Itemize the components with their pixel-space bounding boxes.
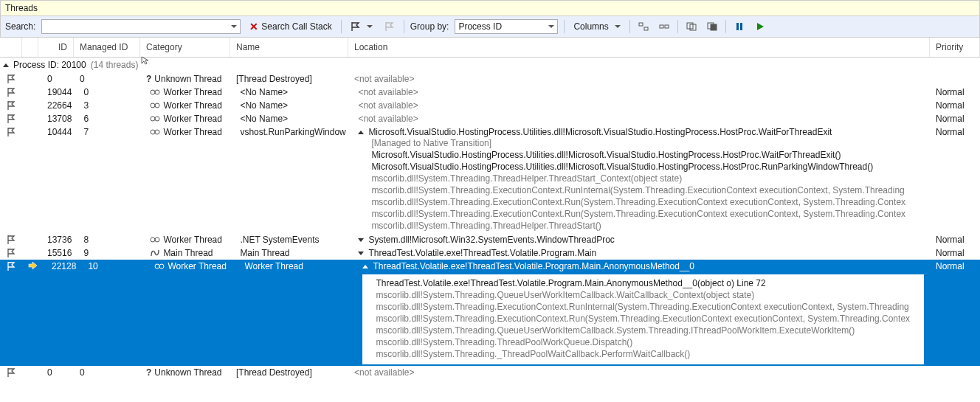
flag-icon[interactable] bbox=[6, 248, 16, 258]
column-category[interactable]: Category bbox=[140, 38, 230, 57]
column-priority[interactable]: Priority bbox=[930, 38, 980, 57]
flag-icon[interactable] bbox=[6, 114, 16, 124]
cell-category: Worker Thread bbox=[144, 125, 234, 139]
run-button[interactable] bbox=[753, 20, 767, 33]
cursor-icon bbox=[141, 56, 151, 65]
svg-point-14 bbox=[151, 117, 155, 121]
group-count: (14 threads) bbox=[91, 60, 139, 70]
cell-id: 22128 bbox=[43, 260, 82, 273]
cell-priority: Normal bbox=[930, 86, 980, 99]
svg-point-15 bbox=[155, 117, 159, 121]
cell-managed-id: 8 bbox=[77, 233, 144, 246]
flag-icon[interactable] bbox=[6, 367, 16, 378]
stack-frame[interactable]: mscorlib.dll!System.Threading.QueueUserW… bbox=[376, 325, 921, 336]
cell-managed-id: 0 bbox=[74, 72, 140, 86]
flag-icon[interactable] bbox=[6, 87, 16, 97]
stack-frame[interactable]: mscorlib.dll!System.Threading.ExecutionC… bbox=[371, 184, 924, 196]
thaw-threads-button[interactable] bbox=[705, 20, 720, 33]
expand-icon bbox=[638, 22, 649, 31]
chevron-down-icon[interactable] bbox=[358, 238, 364, 242]
collapse-icon bbox=[659, 22, 669, 31]
cell-name: Worker Thread bbox=[238, 260, 356, 273]
stack-frame[interactable]: mscorlib.dll!System.Threading.ExecutionC… bbox=[371, 196, 924, 208]
flag-icon[interactable] bbox=[6, 261, 16, 271]
flag-icon[interactable] bbox=[6, 127, 16, 137]
thread-row[interactable]: 00?Unknown Thread[Thread Destroyed]<not … bbox=[0, 366, 980, 379]
cell-id: 13708 bbox=[38, 112, 77, 125]
stack-frame[interactable]: Microsoft.VisualStudio.HostingProcess.Ut… bbox=[371, 149, 924, 161]
stack-frame[interactable]: mscorlib.dll!System.Threading.ExecutionC… bbox=[376, 313, 921, 325]
thread-row[interactable]: 104447Worker Threadvshost.RunParkingWind… bbox=[0, 125, 980, 233]
thread-row[interactable]: 00?Unknown Thread[Thread Destroyed]<not … bbox=[0, 72, 980, 86]
separator bbox=[564, 20, 565, 33]
svg-rect-1 bbox=[644, 27, 648, 30]
search-label: Search: bbox=[5, 21, 35, 32]
svg-point-12 bbox=[151, 103, 155, 108]
stack-frame[interactable]: mscorlib.dll!System.Threading.ThreadHelp… bbox=[371, 220, 924, 232]
toolbar: Search: ✕ Search Call Stack Group by: Pr… bbox=[0, 16, 980, 38]
cell-name: vshost.RunParkingWindow bbox=[234, 125, 352, 139]
current-thread-arrow-icon bbox=[28, 261, 37, 270]
column-location[interactable]: Location bbox=[348, 38, 930, 57]
stack-frame[interactable]: mscorlib.dll!System.Threading.QueueUserW… bbox=[376, 289, 921, 301]
stack-frame[interactable]: Microsoft.VisualStudio.HostingProcess.Ut… bbox=[371, 161, 924, 173]
cell-name: [Thread Destroyed] bbox=[230, 72, 348, 86]
stack-frame[interactable]: mscorlib.dll!System.Threading.ExecutionC… bbox=[371, 208, 924, 220]
cell-name: .NET SystemEvents bbox=[234, 233, 352, 246]
cell-location: <not available> bbox=[352, 99, 930, 112]
cell-id: 19044 bbox=[38, 86, 77, 99]
flag-filter-disabled bbox=[382, 20, 398, 33]
chevron-down-icon bbox=[367, 25, 373, 28]
chevron-down-icon[interactable] bbox=[358, 252, 364, 255]
columns-label: Columns bbox=[573, 21, 608, 32]
stack-frame[interactable]: mscorlib.dll!System.Threading.ExecutionC… bbox=[376, 301, 921, 313]
pause-button[interactable] bbox=[732, 20, 747, 33]
cell-priority bbox=[930, 72, 980, 75]
column-name[interactable]: Name bbox=[230, 38, 348, 57]
thread-row[interactable]: 190440Worker Thread<No Name><not availab… bbox=[0, 86, 980, 99]
svg-point-19 bbox=[155, 238, 159, 242]
group-header[interactable]: Process ID: 20100 (14 threads) bbox=[0, 58, 980, 72]
thread-row[interactable]: 137086Worker Thread<No Name><not availab… bbox=[0, 112, 980, 125]
chevron-up-icon[interactable] bbox=[358, 131, 364, 134]
svg-point-10 bbox=[151, 90, 155, 94]
collapse-all-button[interactable] bbox=[657, 20, 672, 33]
search-input[interactable] bbox=[41, 19, 241, 34]
stack-frame[interactable]: mscorlib.dll!System.Threading._ThreadPoo… bbox=[376, 348, 921, 360]
pause-icon bbox=[735, 22, 744, 31]
group-by-label: Group by: bbox=[410, 21, 449, 32]
chevron-up-icon[interactable] bbox=[362, 265, 368, 268]
column-managed-id[interactable]: Managed ID bbox=[74, 38, 140, 57]
cell-name: [Thread Destroyed] bbox=[230, 366, 348, 379]
cell-id: 15516 bbox=[38, 246, 77, 260]
cell-priority: Normal bbox=[930, 233, 980, 246]
thread-row[interactable]: 226643Worker Thread<No Name><not availab… bbox=[0, 99, 980, 112]
columns-button[interactable]: Columns bbox=[570, 20, 623, 33]
search-call-stack-button[interactable]: ✕ Search Call Stack bbox=[246, 19, 334, 34]
cell-priority bbox=[930, 366, 980, 369]
flag-icon[interactable] bbox=[6, 100, 16, 111]
column-break[interactable] bbox=[22, 38, 38, 57]
thread-row[interactable]: 155169Main ThreadMain ThreadThreadTest.V… bbox=[0, 246, 980, 260]
flag-icon bbox=[351, 21, 361, 32]
cell-category: ?Unknown Thread bbox=[140, 72, 230, 86]
stack-frame[interactable]: mscorlib.dll!System.Threading.ThreadPool… bbox=[376, 336, 921, 348]
separator bbox=[341, 20, 342, 33]
cell-category: ?Unknown Thread bbox=[140, 366, 230, 379]
expand-all-button[interactable] bbox=[636, 20, 651, 33]
stack-frame[interactable]: mscorlib.dll!System.Threading.ThreadHelp… bbox=[371, 173, 924, 184]
flag-icon[interactable] bbox=[6, 235, 16, 245]
thread-row[interactable]: 2212810Worker ThreadWorker ThreadThreadT… bbox=[0, 260, 980, 366]
cell-priority: Normal bbox=[930, 112, 980, 125]
group-by-select[interactable]: Process ID bbox=[455, 19, 558, 34]
thread-row[interactable]: 137368Worker Thread.NET SystemEventsSyst… bbox=[0, 233, 980, 246]
stack-frame[interactable]: ThreadTest.Volatile.exe!ThreadTest.Volat… bbox=[376, 277, 921, 289]
column-flag[interactable] bbox=[0, 38, 22, 57]
flag-icon[interactable] bbox=[6, 74, 16, 84]
gear-icon bbox=[150, 88, 160, 97]
stack-frame[interactable]: [Managed to Native Transition] bbox=[371, 137, 924, 149]
cell-priority: Normal bbox=[930, 125, 980, 139]
flag-filter-button[interactable] bbox=[348, 20, 376, 33]
freeze-threads-button[interactable] bbox=[684, 20, 699, 33]
column-id[interactable]: ID bbox=[38, 38, 74, 57]
